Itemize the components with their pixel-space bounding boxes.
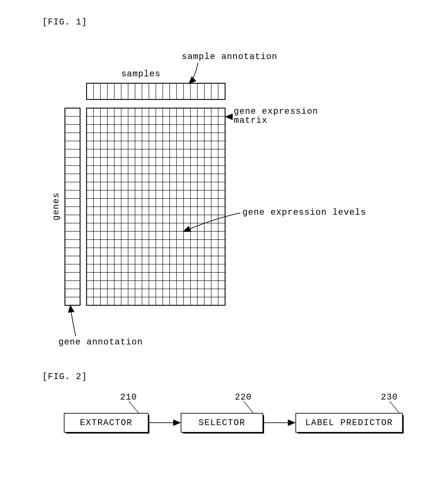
selector-label: SELECTOR xyxy=(198,418,245,428)
label-predictor-box: LABEL PREDICTOR xyxy=(295,413,403,433)
label-predictor-label: LABEL PREDICTOR xyxy=(305,418,393,428)
sample-annotation-row xyxy=(87,83,225,99)
ref-210: 210 xyxy=(120,392,137,402)
fig2-caption: [FIG. 2] xyxy=(42,372,87,382)
ref-line-210 xyxy=(129,401,139,413)
gene-expression-matrix-arrow xyxy=(226,115,233,117)
ref-line-230 xyxy=(390,401,399,413)
sample-annotation-arrow xyxy=(189,63,198,83)
gene-annotation-arrow xyxy=(70,306,76,336)
selector-box: SELECTOR xyxy=(181,413,263,433)
ref-230: 230 xyxy=(381,392,398,402)
gene-annotation-column xyxy=(65,108,80,305)
extractor-box: EXTRACTOR xyxy=(64,413,149,433)
ref-line-220 xyxy=(244,401,253,413)
extractor-label: EXTRACTOR xyxy=(80,418,132,428)
gene-expression-matrix-grid xyxy=(87,108,225,305)
ref-220: 220 xyxy=(235,392,252,402)
